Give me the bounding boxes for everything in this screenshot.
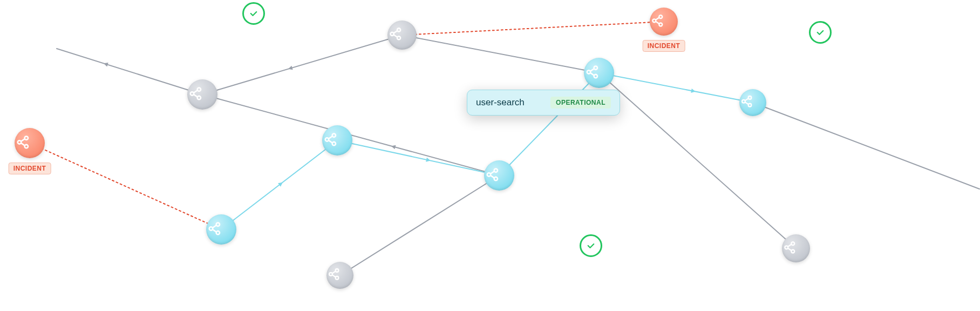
svg-line-6 (402, 35, 599, 73)
svg-marker-16 (691, 89, 696, 93)
svg-line-37 (329, 136, 333, 139)
svg-marker-5 (391, 144, 396, 150)
svg-line-58 (590, 72, 595, 75)
svg-line-17 (30, 143, 221, 229)
svg-marker-3 (288, 66, 293, 71)
service-node[interactable] (782, 234, 810, 262)
service-node[interactable] (739, 89, 766, 116)
share-icon (206, 220, 236, 239)
svg-line-67 (745, 98, 748, 101)
share-icon (782, 240, 810, 258)
svg-line-8 (340, 175, 499, 275)
svg-line-2 (202, 35, 402, 94)
status-badge-operational: OPERATIONAL (550, 97, 611, 109)
service-node[interactable] (650, 8, 678, 36)
share-icon (650, 13, 678, 31)
svg-line-9 (753, 103, 979, 189)
service-node[interactable] (206, 214, 236, 245)
svg-line-43 (332, 275, 336, 278)
svg-line-14 (499, 73, 599, 175)
svg-line-72 (788, 244, 792, 247)
service-node[interactable] (484, 160, 514, 191)
svg-line-52 (491, 171, 495, 174)
check-circle-icon (242, 2, 265, 25)
svg-line-63 (656, 21, 659, 24)
share-icon (187, 85, 217, 104)
svg-line-28 (194, 94, 198, 97)
share-icon (322, 131, 352, 150)
share-icon (15, 134, 45, 153)
service-node[interactable] (322, 125, 352, 156)
edge-layer (0, 0, 980, 311)
status-badge-incident: INCIDENT (9, 163, 51, 174)
service-map-canvas[interactable]: INCIDENT (0, 0, 980, 311)
svg-line-38 (329, 140, 333, 143)
service-node[interactable] (584, 58, 614, 88)
share-icon (584, 64, 614, 83)
share-icon (484, 166, 514, 185)
svg-line-22 (21, 139, 25, 141)
svg-line-47 (393, 31, 397, 33)
svg-line-18 (402, 22, 664, 35)
svg-line-27 (194, 90, 198, 93)
svg-line-12 (337, 140, 499, 175)
share-icon (739, 94, 766, 111)
svg-line-53 (491, 175, 495, 178)
svg-line-23 (21, 143, 25, 145)
service-name: user-search (476, 97, 525, 108)
status-badge-incident: INCIDENT (643, 40, 685, 52)
share-icon (326, 267, 353, 284)
svg-line-57 (590, 69, 595, 71)
check-circle-icon (809, 21, 832, 44)
svg-line-42 (332, 271, 336, 274)
svg-line-7 (599, 73, 796, 248)
svg-line-48 (393, 35, 397, 37)
svg-line-68 (745, 102, 748, 105)
svg-marker-13 (426, 158, 431, 163)
svg-line-33 (213, 229, 217, 232)
svg-line-62 (656, 17, 659, 20)
service-node[interactable] (387, 21, 417, 50)
service-tooltip[interactable]: user-search OPERATIONAL (467, 90, 620, 116)
svg-line-15 (599, 73, 753, 103)
svg-marker-1 (103, 62, 108, 67)
share-icon (387, 26, 417, 44)
service-node[interactable] (15, 128, 45, 158)
svg-line-32 (213, 225, 217, 228)
svg-line-10 (221, 140, 337, 229)
check-circle-icon (580, 234, 602, 257)
svg-line-0 (57, 49, 202, 94)
service-node[interactable] (187, 79, 217, 110)
service-node[interactable] (326, 262, 353, 289)
svg-line-73 (788, 248, 792, 251)
svg-marker-11 (278, 180, 284, 186)
